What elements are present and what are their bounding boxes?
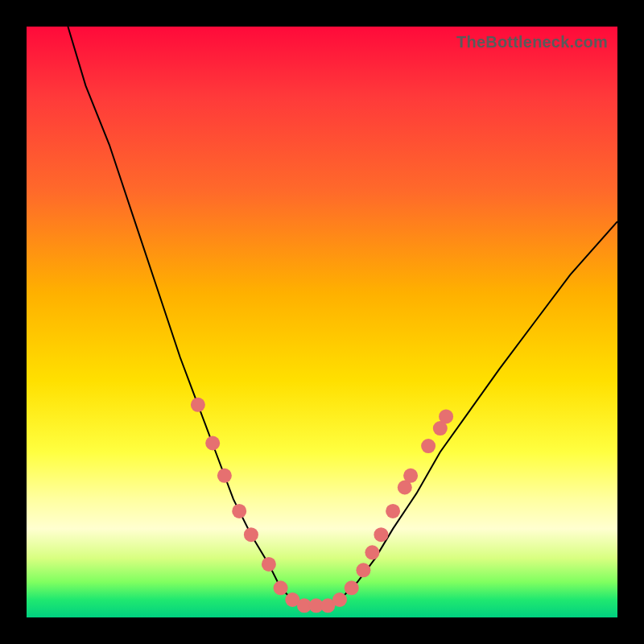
marker-dot <box>232 504 246 518</box>
marker-dot <box>205 436 220 451</box>
marker-dot <box>403 469 418 483</box>
marker-dot <box>274 580 288 595</box>
marker-dot <box>262 557 276 572</box>
marker-dot <box>244 527 258 542</box>
bottleneck-curve <box>68 27 617 605</box>
marker-dot <box>332 592 347 607</box>
marker-dot <box>439 409 453 423</box>
marker-dot <box>365 545 379 559</box>
marker-dot <box>374 527 388 542</box>
marker-dot <box>356 563 370 577</box>
marker-dot <box>345 580 359 595</box>
marker-dot <box>191 398 205 412</box>
marker-group <box>191 398 453 613</box>
marker-dot <box>217 469 232 483</box>
chart-frame: TheBottleneck.com <box>0 0 644 644</box>
marker-dot <box>386 504 400 518</box>
chart-svg <box>27 27 617 617</box>
chart-plot-area: TheBottleneck.com <box>27 27 617 617</box>
marker-dot <box>421 439 436 453</box>
